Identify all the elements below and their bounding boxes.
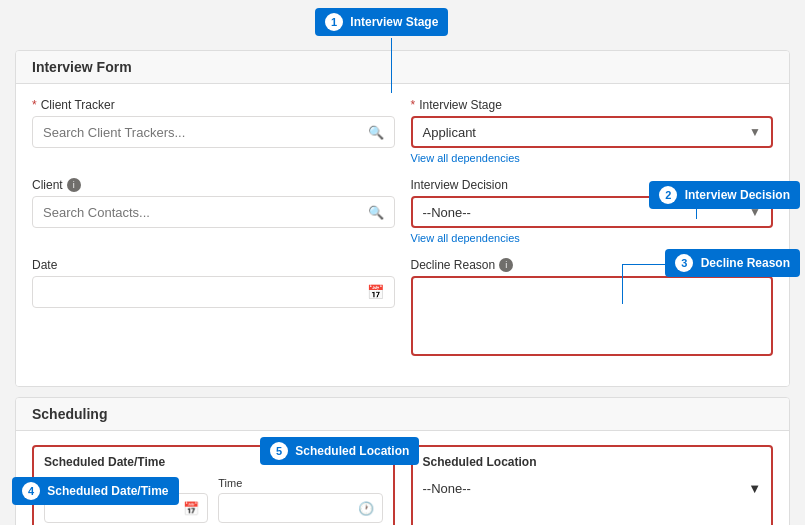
search-icon-2: 🔍: [368, 205, 384, 220]
decline-reason-textarea[interactable]: [411, 276, 774, 356]
scheduled-location-box: Scheduled Location --None-- ▼: [411, 445, 774, 525]
client-tracker-input[interactable]: [43, 125, 368, 140]
row-1: * Client Tracker 🔍 * Interview Stage App…: [32, 98, 773, 166]
badge-1: 1: [325, 13, 343, 31]
tooltip-interview-stage: 1 Interview Stage: [315, 8, 448, 36]
client-field[interactable]: 🔍: [32, 196, 395, 228]
tooltip-scheduled-datetime: 4 Scheduled Date/Time: [12, 477, 179, 505]
scheduling-header: Scheduling: [16, 398, 789, 431]
client-label: Client i: [32, 178, 395, 192]
dt-time-col: Time 🕐: [218, 477, 382, 523]
tooltip-decline-reason: 3 Decline Reason: [665, 249, 800, 277]
form-panel-header: Interview Form: [16, 51, 789, 84]
main-container: 1 Interview Stage Interview Form * Clien…: [0, 0, 805, 525]
interview-stage-label: * Interview Stage: [411, 98, 774, 112]
scheduled-location-label: Scheduled Location: [423, 455, 762, 469]
interview-stage-select[interactable]: Applicant ▼: [411, 116, 774, 148]
tooltip-scheduled-location: 5 Scheduled Location: [260, 437, 419, 465]
calendar-icon: 📅: [367, 284, 384, 300]
info-icon-decline: i: [499, 258, 513, 272]
badge-4: 4: [22, 482, 40, 500]
date-col: Date 📅: [32, 258, 395, 360]
info-icon: i: [67, 178, 81, 192]
dt-time-input[interactable]: 🕐: [218, 493, 382, 523]
client-input[interactable]: [43, 205, 368, 220]
client-col: Client i 🔍: [32, 178, 395, 246]
scheduled-location-select[interactable]: --None-- ▼: [423, 477, 762, 500]
search-icon: 🔍: [368, 125, 384, 140]
interview-stage-col: * Interview Stage Applicant ▼ View all d…: [411, 98, 774, 166]
chevron-down-icon: ▼: [749, 125, 761, 139]
dt-time-label: Time: [218, 477, 382, 489]
date-label: Date: [32, 258, 395, 272]
row-3: Date 📅 Decline Reason i: [32, 258, 773, 360]
view-deps-decision[interactable]: View all dependencies: [411, 232, 520, 244]
badge-3: 3: [675, 254, 693, 272]
form-panel: Interview Form * Client Tracker 🔍: [15, 50, 790, 387]
badge-5: 5: [270, 442, 288, 460]
tooltip-interview-decision: 2 Interview Decision: [649, 181, 800, 209]
view-deps-stage[interactable]: View all dependencies: [411, 152, 520, 164]
client-tracker-label: * Client Tracker: [32, 98, 395, 112]
calendar-icon-2: 📅: [183, 501, 199, 516]
arrow-1: [391, 38, 392, 93]
client-tracker-field[interactable]: 🔍: [32, 116, 395, 148]
badge-2: 2: [659, 186, 677, 204]
clock-icon: 🕐: [358, 501, 374, 516]
form-panel-body: * Client Tracker 🔍 * Interview Stage App…: [16, 84, 789, 386]
date-field[interactable]: 📅: [32, 276, 395, 308]
chevron-down-icon-3: ▼: [748, 481, 761, 496]
client-tracker-col: * Client Tracker 🔍: [32, 98, 395, 166]
arrow-3v: [622, 264, 623, 304]
